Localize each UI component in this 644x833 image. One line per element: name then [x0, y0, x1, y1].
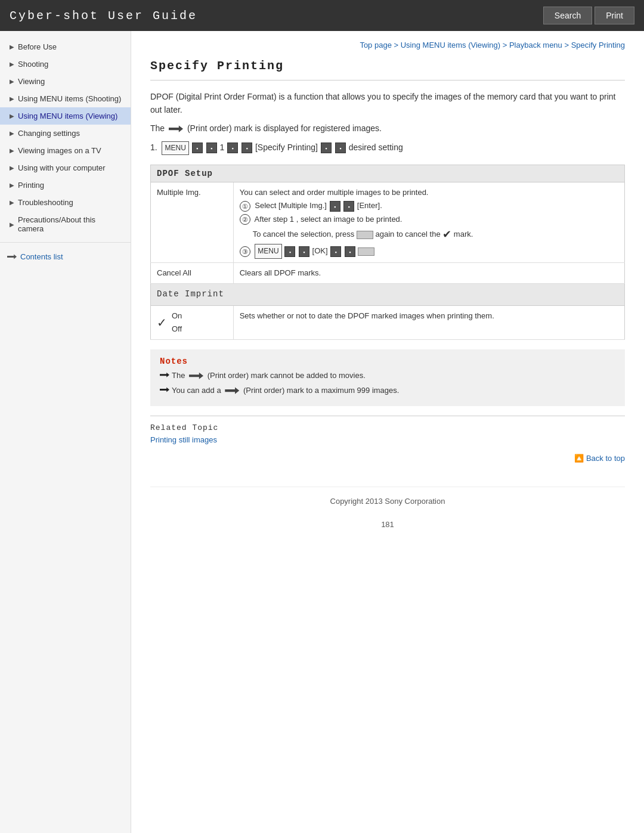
related-link-printing[interactable]: Printing still images: [150, 435, 217, 444]
chevron-icon: ▶: [10, 165, 14, 171]
breadcrumb-playback[interactable]: Playback menu: [509, 41, 562, 49]
dpof-table: DPOF Setup Multiple Img. You can select …: [150, 165, 625, 339]
contents-list-link[interactable]: Contents list: [0, 247, 131, 266]
note2-arrow-icon: [225, 386, 239, 395]
step-circle-2: ②: [240, 214, 250, 225]
notes-box: Notes The (Print order) mark cannot be a…: [150, 349, 625, 407]
breadcrumb-viewing[interactable]: Using MENU items (Viewing): [401, 41, 500, 49]
step-circle-3: ③: [240, 246, 250, 257]
menu-label-2: MENU: [255, 244, 281, 258]
menu-step-btn-1: ▪: [284, 246, 295, 257]
step-circle-1: ①: [240, 201, 250, 212]
chevron-icon: ▶: [10, 95, 14, 102]
menu-btn-5: ▪: [321, 143, 332, 153]
cancel-all-label: Cancel All: [151, 262, 234, 283]
check-icon: ✓: [157, 312, 167, 333]
sidebar-item-computer[interactable]: ▶ Using with your computer: [0, 159, 131, 176]
menu-label: MENU: [162, 141, 188, 155]
multiple-img-label: Multiple Img.: [151, 182, 234, 262]
step1-instruction: 1. MENU ▪ ▪ 1 ▪ ▪ [Specify Printing] ▪ ▪…: [150, 141, 625, 155]
intro-paragraph-1: DPOF (Digital Print Order Format) is a f…: [150, 90, 625, 117]
header: Cyber-shot User Guide Search Print: [0, 0, 644, 31]
note-1: The (Print order) mark cannot be added t…: [160, 370, 615, 382]
checkmark-icon: ✔: [442, 229, 451, 241]
bullet-arrow-icon-1: [160, 372, 169, 378]
chevron-icon: ▶: [10, 78, 14, 85]
page-number: 181: [150, 520, 625, 529]
date-imprint-header-row: Date Imprint: [151, 283, 625, 305]
arrow-right-icon: [7, 254, 17, 260]
notes-title: Notes: [160, 357, 615, 366]
breadcrumb-current: Specify Printing: [571, 41, 625, 49]
date-imprint-header: Date Imprint: [151, 283, 625, 305]
print-order-arrow-icon: [169, 125, 183, 133]
sidebar-item-changing-settings[interactable]: ▶ Changing settings: [0, 125, 131, 142]
menu-btn-6: ▪: [335, 143, 346, 153]
cancel-btn-icon: [357, 231, 373, 239]
sidebar-item-menu-viewing[interactable]: ▶ Using MENU items (Viewing): [0, 107, 131, 125]
chevron-icon: ▶: [10, 130, 14, 137]
sidebar-item-precautions[interactable]: ▶ Precautions/About this camera: [0, 211, 131, 237]
note1-arrow-icon: [189, 371, 203, 380]
main-content: Top page > Using MENU items (Viewing) > …: [131, 31, 644, 833]
chevron-icon: ▶: [10, 61, 14, 67]
bullet-arrow-icon-2: [160, 387, 169, 393]
chevron-icon: ▶: [10, 44, 14, 50]
copyright-text: Copyright 2013 Sony Corporation: [330, 497, 445, 506]
chevron-icon: ▶: [10, 199, 14, 206]
select-btn-1: ▪: [330, 201, 340, 212]
chevron-icon: ▶: [10, 113, 14, 119]
date-on-off-row: ✓ On Off Sets whether or not to date the…: [151, 305, 625, 339]
select-btn-2: ▪: [343, 201, 354, 212]
search-button[interactable]: Search: [543, 7, 592, 24]
menu-btn-3: ▪: [227, 143, 238, 153]
date-off-label: Off: [172, 323, 182, 336]
cancel-all-desc: Clears all DPOF marks.: [233, 262, 624, 283]
sidebar-item-troubleshooting[interactable]: ▶ Troubleshooting: [0, 194, 131, 211]
breadcrumb: Top page > Using MENU items (Viewing) > …: [150, 41, 625, 49]
sidebar: ▶ Before Use ▶ Shooting ▶ Viewing ▶ Usin…: [0, 31, 131, 833]
related-title: Related Topic: [150, 423, 625, 432]
chevron-icon: ▶: [10, 147, 14, 154]
ok-btn-icon: [358, 247, 374, 256]
date-desc: Sets whether or not to date the DPOF mar…: [233, 305, 624, 339]
sidebar-item-printing[interactable]: ▶ Printing: [0, 176, 131, 194]
back-to-top-link[interactable]: 🔼 Back to top: [574, 454, 625, 463]
print-button[interactable]: Print: [595, 7, 634, 24]
header-buttons: Search Print: [543, 7, 634, 24]
date-on-label: On: [172, 309, 182, 323]
menu-btn-1: ▪: [192, 143, 203, 153]
dpof-setup-header: DPOF Setup: [151, 165, 625, 182]
app-title: Cyber-shot User Guide: [10, 9, 197, 23]
ok-btn-1: ▪: [330, 246, 341, 257]
multiple-img-row: Multiple Img. You can select and order m…: [151, 182, 625, 262]
cancel-all-row: Cancel All Clears all DPOF marks.: [151, 262, 625, 283]
sidebar-item-before-use[interactable]: ▶ Before Use: [0, 38, 131, 55]
menu-btn-4: ▪: [242, 143, 252, 153]
breadcrumb-top[interactable]: Top page: [360, 41, 392, 49]
menu-btn-2: ▪: [206, 143, 217, 153]
sidebar-divider: [0, 242, 131, 243]
date-on-off-cell: ✓ On Off: [151, 305, 234, 339]
sidebar-item-viewing[interactable]: ▶ Viewing: [0, 73, 131, 90]
sidebar-item-tv[interactable]: ▶ Viewing images on a TV: [0, 142, 131, 159]
intro-paragraph-2: The (Print order) mark is displayed for …: [150, 122, 625, 135]
related-topic-section: Related Topic Printing still images: [150, 416, 625, 444]
main-layout: ▶ Before Use ▶ Shooting ▶ Viewing ▶ Usin…: [0, 31, 644, 833]
footer: Copyright 2013 Sony Corporation: [150, 487, 625, 515]
multiple-img-desc: You can select and order multiple images…: [233, 182, 624, 262]
sidebar-item-shooting[interactable]: ▶ Shooting: [0, 55, 131, 73]
chevron-icon: ▶: [10, 221, 14, 228]
note-2: You can add a (Print order) mark to a ma…: [160, 385, 615, 397]
back-to-top: 🔼 Back to top: [150, 454, 625, 463]
menu-step-btn-2: ▪: [299, 246, 309, 257]
chevron-icon: ▶: [10, 182, 14, 188]
page-title: Specify Printing: [150, 59, 625, 80]
sidebar-item-menu-shooting[interactable]: ▶ Using MENU items (Shooting): [0, 90, 131, 107]
ok-btn-2: ▪: [345, 246, 355, 257]
